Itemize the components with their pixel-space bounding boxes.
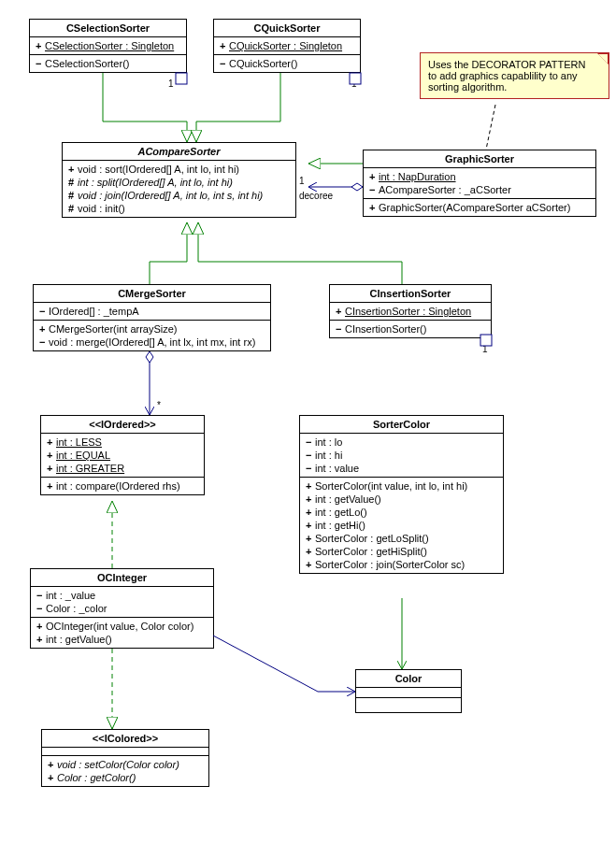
class-cinsertionsorter: CInsertionSorter +CInsertionSorter : Sin… — [329, 284, 492, 338]
attr: +CQuickSorter : Singleton — [218, 39, 356, 52]
class-title: OCInteger — [31, 569, 213, 587]
op: +CMergeSorter(int arraySize) — [37, 322, 266, 336]
class-title: CQuickSorter — [214, 20, 360, 37]
attr: +CSelectionSorter : Singleton — [34, 39, 182, 52]
class-title: CInsertionSorter — [330, 285, 491, 303]
op: −CSelectionSorter() — [34, 57, 182, 70]
class-title: SorterColor — [300, 416, 503, 434]
class-cmergesorter: CMergeSorter −IOrdered[] : _tempA +CMerg… — [33, 284, 271, 351]
class-cselectionsorter: CSelectionSorter +CSelectionSorter : Sin… — [29, 19, 187, 73]
op: −void : merge(IOrdered[] A, int lx, int … — [37, 336, 266, 349]
attr: +int : NapDuration — [367, 170, 592, 183]
note-line: Uses the DECORATOR PATTERN — [428, 59, 601, 70]
class-title: ACompareSorter — [63, 143, 295, 161]
class-title: <<IOrdered>> — [41, 416, 204, 434]
op: #void : join(IOrdered[] A, int lo, int s… — [66, 189, 292, 202]
role-label: decoree — [299, 191, 333, 201]
op: +int : getHi() — [304, 519, 499, 532]
attr: −int : _value — [35, 589, 209, 602]
op: +SorterColor : join(SorterColor sc) — [304, 558, 499, 571]
note-line: to add graphics capablility to any — [428, 70, 601, 81]
multiplicity: 1 — [482, 344, 488, 354]
op: +SorterColor : getLoSplit() — [304, 532, 499, 545]
op: +int : getLo() — [304, 506, 499, 519]
multiplicity: 1 — [351, 79, 357, 89]
class-title: CSelectionSorter — [30, 20, 186, 37]
attr: −int : lo — [304, 436, 499, 449]
attr: −int : value — [304, 462, 499, 475]
multiplicity: 1 — [168, 79, 174, 89]
attr: +int : GREATER — [45, 462, 200, 475]
class-ocinteger: OCInteger −int : _value −Color : _color … — [30, 568, 214, 649]
class-icolored: <<IColored>> +void : setColor(Color colo… — [41, 729, 209, 787]
class-title: GraphicSorter — [364, 150, 595, 168]
attr: +int : EQUAL — [45, 449, 200, 462]
multiplicity: * — [157, 400, 161, 410]
class-graphicsorter: GraphicSorter +int : NapDuration −ACompa… — [363, 150, 596, 217]
op: +int : compare(IOrdered rhs) — [45, 479, 200, 493]
class-cquicksorter: CQuickSorter +CQuickSorter : Singleton −… — [213, 19, 361, 73]
attr: +CInsertionSorter : Singleton — [334, 305, 487, 318]
attr: −Color : _color — [35, 602, 209, 615]
attr: −IOrdered[] : _tempA — [37, 305, 266, 318]
op: #void : init() — [66, 202, 292, 215]
op: −CQuickSorter() — [218, 57, 356, 70]
svg-rect-0 — [176, 73, 187, 84]
class-title: Color — [356, 670, 461, 688]
attr: −int : hi — [304, 449, 499, 462]
op: +SorterColor : getHiSplit() — [304, 545, 499, 558]
op: −CInsertionSorter() — [334, 322, 487, 336]
op: +void : sort(IOrdered[] A, int lo, int h… — [66, 163, 292, 176]
op: +Color : getColor() — [46, 771, 205, 784]
attr: −ACompareSorter : _aCSorter — [367, 183, 592, 196]
decorator-note: Uses the DECORATOR PATTERN to add graphi… — [420, 52, 609, 99]
class-color: Color — [355, 669, 462, 713]
attr: +int : LESS — [45, 436, 200, 449]
op: #int : split(IOrdered[] A, int lo, int h… — [66, 176, 292, 189]
class-acomparesorter: ACompareSorter +void : sort(IOrdered[] A… — [62, 142, 296, 218]
class-title: CMergeSorter — [34, 285, 270, 303]
op: +void : setColor(Color color) — [46, 758, 205, 771]
class-iordered: <<IOrdered>> +int : LESS +int : EQUAL +i… — [40, 415, 205, 495]
op: +GraphicSorter(ACompareSorter aCSorter) — [367, 201, 592, 214]
note-line: sorting algorithm. — [428, 81, 601, 93]
op: +SorterColor(int value, int lo, int hi) — [304, 479, 499, 493]
class-title: <<IColored>> — [42, 730, 208, 748]
op: +int : getValue() — [35, 633, 209, 646]
multiplicity: 1 — [299, 176, 305, 186]
op: +OCInteger(int value, Color color) — [35, 620, 209, 633]
op: +int : getValue() — [304, 493, 499, 506]
class-sortercolor: SorterColor −int : lo −int : hi −int : v… — [299, 415, 504, 574]
